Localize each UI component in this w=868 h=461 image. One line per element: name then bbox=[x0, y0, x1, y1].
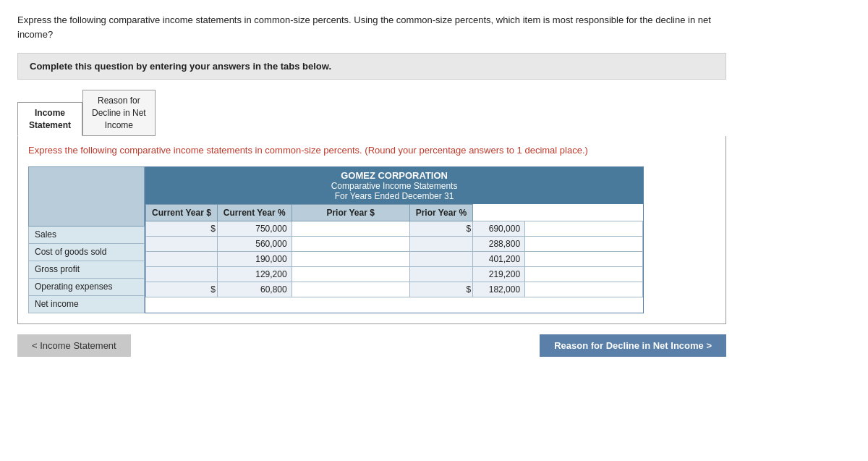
row-label: Operating expenses bbox=[29, 278, 145, 295]
prior-year-value: 288,800 bbox=[473, 236, 525, 251]
instruction-note-text: (Round your percentage answers to 1 deci… bbox=[365, 145, 588, 156]
prior-year-pct-input[interactable] bbox=[525, 237, 642, 251]
current-year-pct-input[interactable] bbox=[292, 221, 409, 236]
prior-year-pct-input-cell bbox=[525, 282, 643, 297]
row-label: Gross profit bbox=[29, 261, 145, 278]
prior-year-pct-input-cell bbox=[525, 236, 643, 251]
current-year-pct-input-cell bbox=[292, 236, 409, 251]
current-dollar-sign bbox=[146, 236, 218, 251]
current-year-pct-input[interactable] bbox=[292, 267, 409, 282]
prior-year-pct-input[interactable] bbox=[525, 267, 642, 282]
tab-income-statement[interactable]: IncomeStatement bbox=[17, 102, 82, 137]
current-year-pct-input-cell bbox=[292, 282, 409, 297]
prior-year-pct-input[interactable] bbox=[525, 221, 642, 236]
current-year-value: 560,000 bbox=[217, 236, 292, 251]
instruction-main-text: Express the following comparative income… bbox=[28, 145, 365, 156]
tab-instruction: Express the following comparative income… bbox=[28, 143, 715, 158]
forward-button[interactable]: Reason for Decline in Net Income > bbox=[540, 334, 726, 357]
table-row: 190,000401,200 bbox=[146, 251, 643, 266]
table-period: For Years Ended December 31 bbox=[151, 191, 637, 201]
current-dollar-sign: $ bbox=[146, 221, 218, 236]
col-header: Current Year % bbox=[217, 204, 292, 221]
col-header: Prior Year % bbox=[409, 204, 473, 221]
prior-year-value: 182,000 bbox=[473, 282, 525, 297]
prior-year-pct-input[interactable] bbox=[525, 252, 642, 266]
tab-content-area: Express the following comparative income… bbox=[17, 136, 726, 324]
row-label: Sales bbox=[29, 226, 145, 243]
prior-year-value: 219,200 bbox=[473, 266, 525, 282]
prior-year-pct-input-cell bbox=[525, 266, 643, 282]
current-dollar-sign bbox=[146, 251, 218, 266]
data-table: Current Year $Current Year %Prior Year $… bbox=[145, 204, 643, 297]
current-year-value: 190,000 bbox=[217, 251, 292, 266]
prior-year-pct-input[interactable] bbox=[525, 282, 642, 297]
prior-year-value: 690,000 bbox=[473, 221, 525, 236]
prior-dollar-sign bbox=[409, 251, 473, 266]
prior-dollar-sign: $ bbox=[409, 221, 473, 236]
prior-dollar-sign bbox=[409, 236, 473, 251]
table-subtitle: Comparative Income Statements bbox=[151, 181, 637, 191]
prior-dollar-sign bbox=[409, 266, 473, 282]
table-row: $60,800$182,000 bbox=[146, 282, 643, 297]
back-button[interactable]: < Income Statement bbox=[17, 334, 131, 357]
col-header: Current Year $ bbox=[146, 204, 218, 221]
current-year-pct-input-cell bbox=[292, 221, 409, 236]
instruction-bar: Complete this question by entering your … bbox=[17, 53, 726, 80]
question-text: Express the following comparative income… bbox=[17, 13, 726, 41]
row-label: Net income bbox=[29, 295, 145, 313]
current-year-value: 129,200 bbox=[217, 266, 292, 282]
table-row: 560,000288,800 bbox=[146, 236, 643, 251]
current-dollar-sign: $ bbox=[146, 282, 218, 297]
corp-table-wrapper: GOMEZ CORPORATION Comparative Income Sta… bbox=[145, 166, 644, 313]
current-year-value: 60,800 bbox=[217, 282, 292, 297]
prior-year-value: 401,200 bbox=[473, 251, 525, 266]
corp-header: GOMEZ CORPORATION Comparative Income Sta… bbox=[145, 167, 643, 204]
prior-year-pct-input-cell bbox=[525, 251, 643, 266]
current-year-pct-input[interactable] bbox=[292, 282, 409, 297]
current-year-pct-input-cell bbox=[292, 266, 409, 282]
company-title: GOMEZ CORPORATION bbox=[151, 170, 637, 181]
prior-dollar-sign: $ bbox=[409, 282, 473, 297]
table-row: $750,000$690,000 bbox=[146, 221, 643, 236]
current-year-pct-input[interactable] bbox=[292, 252, 409, 266]
row-label: Cost of goods sold bbox=[29, 243, 145, 261]
prior-year-pct-input-cell bbox=[525, 221, 643, 236]
current-dollar-sign bbox=[146, 266, 218, 282]
current-year-pct-input[interactable] bbox=[292, 237, 409, 251]
table-row: 129,200219,200 bbox=[146, 266, 643, 282]
tab-reason-decline[interactable]: Reason forDecline in NetIncome bbox=[82, 90, 156, 136]
current-year-pct-input-cell bbox=[292, 251, 409, 266]
current-year-value: 750,000 bbox=[217, 221, 292, 236]
tabs-row: IncomeStatement Reason forDecline in Net… bbox=[17, 90, 726, 136]
col-header: Prior Year $ bbox=[292, 204, 409, 221]
